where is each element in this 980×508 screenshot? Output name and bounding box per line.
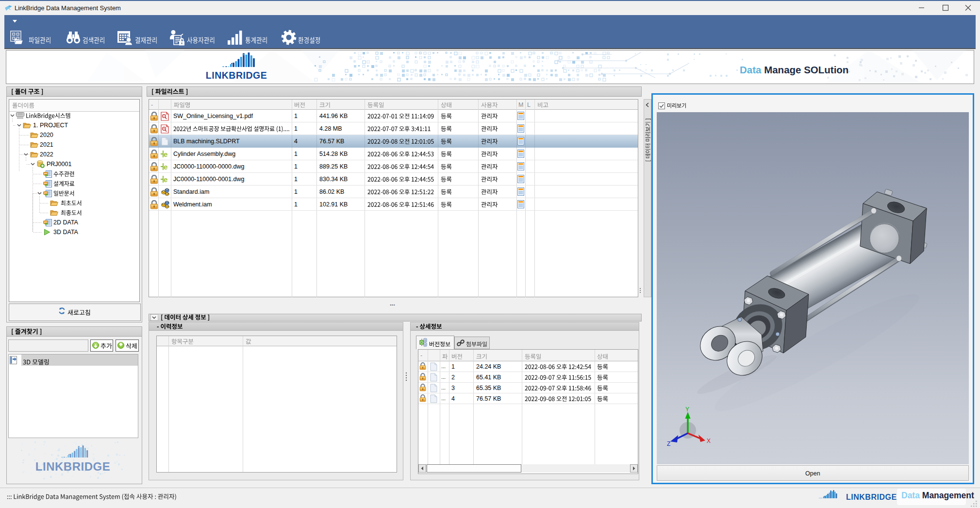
svg-text:X: X bbox=[707, 438, 711, 444]
svg-text:Z: Z bbox=[667, 440, 670, 447]
svg-text:e: e bbox=[164, 163, 167, 171]
svg-text:e: e bbox=[164, 175, 167, 184]
svg-text:Y: Y bbox=[685, 406, 689, 413]
svg-text:e: e bbox=[164, 150, 167, 158]
